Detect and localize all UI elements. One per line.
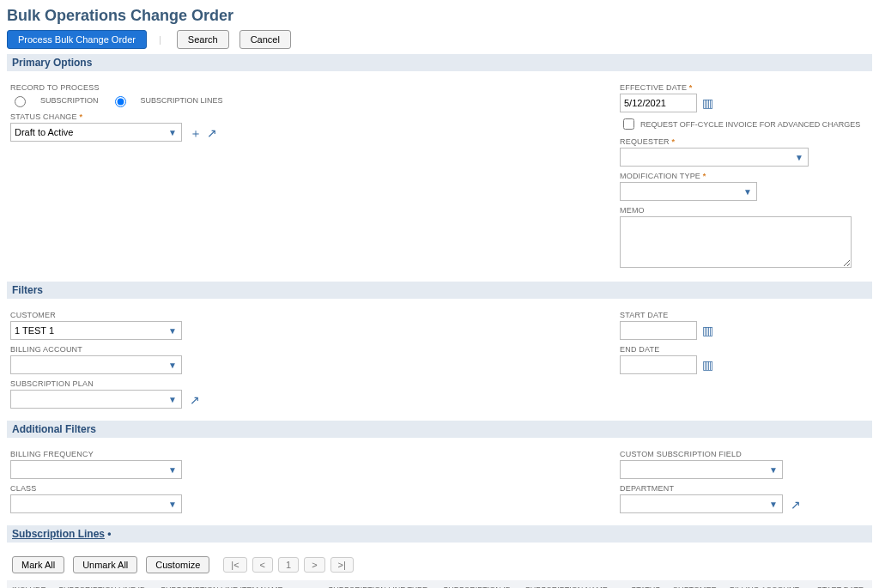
- end-date-label: END DATE: [620, 345, 869, 354]
- col-status[interactable]: STATUS: [626, 580, 667, 588]
- page-title: Bulk Operations Change Order: [7, 7, 872, 25]
- subscription-radio-label: SUBSCRIPTION: [40, 96, 99, 105]
- billing-frequency-select[interactable]: [10, 460, 182, 479]
- open-popup-icon[interactable]: ↗: [791, 499, 801, 511]
- memo-label: MEMO: [620, 206, 869, 215]
- pager-page-indicator[interactable]: 1: [278, 557, 299, 573]
- subscription-radio[interactable]: [15, 96, 26, 107]
- calendar-icon[interactable]: ▥: [702, 96, 713, 110]
- customer-select[interactable]: [10, 321, 182, 340]
- add-icon[interactable]: ＋: [190, 127, 202, 139]
- billing-account-label: BILLING ACCOUNT: [10, 345, 585, 354]
- filters-header: Filters: [7, 282, 872, 299]
- department-label: DEPARTMENT: [620, 484, 869, 493]
- search-button[interactable]: Search: [177, 30, 229, 49]
- open-popup-icon[interactable]: ↗: [190, 394, 200, 406]
- status-change-select[interactable]: [10, 123, 182, 142]
- open-popup-icon[interactable]: ↗: [207, 127, 217, 139]
- customize-button[interactable]: Customize: [146, 556, 209, 573]
- class-select[interactable]: [10, 494, 182, 513]
- pager: |< < 1 > >|: [223, 557, 354, 573]
- process-bulk-change-order-button[interactable]: Process Bulk Change Order: [7, 30, 147, 49]
- mark-all-button[interactable]: Mark All: [12, 556, 64, 573]
- subscription-lines-radio[interactable]: [115, 96, 126, 107]
- calendar-icon[interactable]: ▥: [702, 358, 713, 372]
- start-date-label: START DATE: [620, 311, 869, 319]
- toolbar-separator: |: [157, 34, 167, 45]
- pager-first-button[interactable]: |<: [223, 557, 246, 573]
- col-start-date[interactable]: START DATE: [812, 580, 872, 588]
- class-label: CLASS: [10, 484, 585, 493]
- status-change-label: STATUS CHANGE: [10, 112, 585, 121]
- requester-select[interactable]: [620, 148, 809, 167]
- modification-type-select[interactable]: [620, 182, 757, 201]
- primary-options-header: Primary Options: [7, 54, 872, 71]
- tab-indicator-icon: •: [107, 528, 111, 540]
- col-item-name[interactable]: SUBSCRIPTION LINE ITEM NAME: [155, 580, 323, 588]
- subscription-plan-select[interactable]: [10, 390, 182, 409]
- memo-textarea[interactable]: [620, 216, 852, 268]
- additional-filters-header: Additional Filters: [7, 421, 872, 438]
- calendar-icon[interactable]: ▥: [702, 324, 713, 337]
- custom-subscription-field-select[interactable]: [620, 460, 783, 479]
- action-toolbar: Process Bulk Change Order | Search Cance…: [7, 30, 872, 49]
- effective-date-label: EFFECTIVE DATE: [620, 83, 869, 92]
- effective-date-input[interactable]: [620, 94, 697, 112]
- billing-frequency-label: BILLING FREQUENCY: [10, 450, 585, 458]
- offcycle-invoice-label: REQUEST OFF-CYCLE INVOICE FOR ADVANCED C…: [640, 120, 860, 129]
- col-sub-id[interactable]: SUBSCRIPTION ID: [438, 580, 519, 588]
- subscription-lines-section: Subscription Lines •: [7, 525, 872, 543]
- col-sub-name[interactable]: SUBSCRIPTION NAME: [520, 580, 626, 588]
- cancel-button[interactable]: Cancel: [239, 30, 291, 49]
- col-customer[interactable]: CUSTOMER: [668, 580, 724, 588]
- custom-subscription-field-label: CUSTOM SUBSCRIPTION FIELD: [620, 450, 869, 458]
- record-to-process-label: RECORD TO PROCESS: [10, 83, 585, 92]
- col-line-id[interactable]: SUBSCRIPTION LINE ID: [53, 580, 155, 588]
- department-select[interactable]: [620, 494, 783, 513]
- customer-label: CUSTOMER: [10, 311, 585, 319]
- col-line-type[interactable]: SUBSCRIPTION LINE TYPE: [323, 580, 438, 588]
- subscription-plan-label: SUBSCRIPTION PLAN: [10, 379, 585, 388]
- billing-account-select[interactable]: [10, 355, 182, 374]
- subscription-lines-toolbar: Mark All Unmark All Customize |< < 1 > >…: [7, 549, 872, 580]
- pager-next-button[interactable]: >: [304, 557, 324, 573]
- subscription-lines-table: INCLUDE SUBSCRIPTION LINE ID SUBSCRIPTIO…: [7, 580, 872, 588]
- start-date-input[interactable]: [620, 321, 697, 340]
- requester-label: REQUESTER: [620, 137, 869, 146]
- unmark-all-button[interactable]: Unmark All: [73, 556, 137, 573]
- end-date-input[interactable]: [620, 355, 697, 374]
- col-include[interactable]: INCLUDE: [7, 580, 53, 588]
- modification-type-label: MODIFICATION TYPE: [620, 172, 869, 180]
- pager-prev-button[interactable]: <: [252, 557, 273, 573]
- col-billing-account[interactable]: BILLING ACCOUNT: [724, 580, 812, 588]
- subscription-lines-radio-label: SUBSCRIPTION LINES: [141, 96, 223, 105]
- pager-last-button[interactable]: >|: [330, 557, 354, 573]
- subscription-lines-tab[interactable]: Subscription Lines: [12, 528, 105, 540]
- offcycle-invoice-checkbox[interactable]: [623, 118, 634, 130]
